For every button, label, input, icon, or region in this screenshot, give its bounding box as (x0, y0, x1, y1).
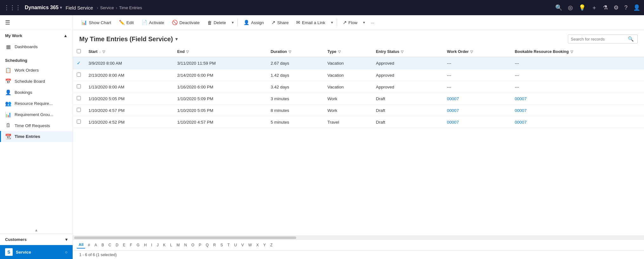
sidebar-scroll-up[interactable]: ▲ (0, 227, 73, 234)
select-all-checkbox[interactable] (77, 49, 81, 53)
alpha-nav-o[interactable]: O (190, 242, 196, 248)
filter-icon-work-order[interactable]: ▽ (470, 50, 473, 54)
activate-button[interactable]: 📄 Activate (138, 18, 167, 27)
bookable-resource-cell[interactable]: 00007 (511, 105, 644, 116)
row-checkbox[interactable] (77, 73, 81, 77)
search-icon[interactable]: 🔍 (555, 4, 562, 11)
alpha-nav-s[interactable]: S (218, 242, 225, 248)
alpha-nav-h[interactable]: H (142, 242, 149, 248)
row-checkbox[interactable] (77, 108, 81, 112)
row-checkbox[interactable] (77, 96, 81, 100)
alpha-nav-k[interactable]: K (161, 242, 167, 248)
work-order-cell[interactable]: 00007 (443, 93, 511, 105)
app-grid-icon[interactable]: ⋮⋮⋮ (4, 4, 21, 11)
filter-icon-duration[interactable]: ▽ (289, 50, 291, 54)
alpha-nav-q[interactable]: Q (204, 242, 211, 248)
sidebar-section-my-work[interactable]: My Work ▲ (0, 30, 73, 40)
flow-button[interactable]: ↗ Flow (340, 18, 361, 27)
filter-icon-entry-status[interactable]: ▽ (401, 50, 403, 54)
alpha-nav-v[interactable]: V (239, 242, 246, 248)
alpha-nav-i[interactable]: I (149, 242, 154, 248)
add-icon[interactable]: ＋ (591, 4, 597, 11)
row-checkbox[interactable] (77, 84, 81, 88)
alpha-nav-w[interactable]: W (246, 242, 254, 248)
assign-button[interactable]: 👤 Assign (240, 18, 267, 27)
deactivate-button[interactable]: 🚫 Deactivate (169, 18, 203, 27)
brand-logo[interactable]: Dynamics 365 ▾ (25, 5, 62, 10)
sidebar-service-badge[interactable]: S Service ○ (0, 245, 73, 259)
top-navigation: ⋮⋮⋮ Dynamics 365 ▾ Field Service › Servi… (0, 0, 644, 15)
show-chart-button[interactable]: 📊 Show Chart (78, 18, 114, 27)
table-row[interactable]: 1/13/2020 8:00 AM1/16/2020 6:00 PM3.42 d… (73, 81, 644, 93)
settings-icon[interactable]: ⚙ (614, 4, 619, 11)
filter-icon-bookable-resource[interactable]: ▽ (570, 50, 573, 54)
sidebar-item-resource-requirements[interactable]: 👥 Resource Require... (0, 98, 73, 109)
more-dropdown-2[interactable]: ▾ (330, 19, 334, 26)
alpha-nav-m[interactable]: M (175, 242, 182, 248)
alpha-nav-u[interactable]: U (232, 242, 239, 248)
alpha-nav-a[interactable]: A (93, 242, 99, 248)
alpha-nav-f[interactable]: F (128, 242, 134, 248)
bookable-resource-cell[interactable]: 00007 (511, 93, 644, 105)
table-row[interactable]: 1/10/2020 5:05 PM1/10/2020 5:09 PM3 minu… (73, 93, 644, 105)
alpha-nav-y[interactable]: Y (261, 242, 268, 248)
user-icon[interactable]: 👤 (633, 4, 640, 11)
delete-button[interactable]: 🗑 Delete (204, 18, 229, 27)
table-row[interactable]: 1/10/2020 4:57 PM1/10/2020 5:05 PM8 minu… (73, 105, 644, 116)
breadcrumb-service[interactable]: Service (100, 5, 114, 10)
lightbulb-icon[interactable]: 💡 (579, 4, 586, 11)
sidebar-item-work-orders[interactable]: 📋 Work Orders (0, 65, 73, 76)
sidebar-toggle[interactable]: ☰ (0, 15, 73, 30)
circle-icon[interactable]: ◎ (568, 4, 573, 11)
sidebar-item-time-off-requests[interactable]: 🗓 Time Off Requests (0, 120, 73, 131)
table-row[interactable]: 2/13/2020 8:00 AM2/14/2020 6:00 PM1.42 d… (73, 69, 644, 81)
alpha-nav-n[interactable]: N (182, 242, 189, 248)
time-entries-label: Time Entries (15, 134, 40, 139)
ellipsis-button[interactable]: ··· (368, 18, 377, 27)
alpha-nav-j[interactable]: J (155, 242, 160, 248)
more-dropdown-1[interactable]: ▾ (231, 19, 235, 26)
row-checkbox[interactable] (77, 120, 81, 124)
page-title-chevron[interactable]: ▾ (175, 36, 178, 42)
sidebar-section-customers[interactable]: Customers ▾ (0, 234, 73, 245)
alpha-nav-b[interactable]: B (100, 242, 106, 248)
filter-icon-start[interactable]: ▽ (102, 50, 105, 54)
table-row[interactable]: 1/10/2020 4:52 PM1/10/2020 4:57 PM5 minu… (73, 116, 644, 128)
alpha-nav-l[interactable]: L (168, 242, 174, 248)
alpha-nav-p[interactable]: P (197, 242, 203, 248)
sidebar-item-requirement-groups[interactable]: 📊 Requirement Grou... (0, 109, 73, 120)
horizontal-scrollbar[interactable] (73, 236, 644, 239)
work-order-cell[interactable]: 00007 (443, 116, 511, 128)
sort-icon[interactable]: ↓ (99, 50, 101, 54)
search-input[interactable] (571, 37, 628, 42)
alpha-nav-all[interactable]: All (77, 242, 85, 249)
alpha-nav-z[interactable]: Z (268, 242, 274, 248)
filter-icon-end[interactable]: ▽ (186, 50, 189, 54)
alpha-nav-r[interactable]: R (211, 242, 218, 248)
filter-icon-type[interactable]: ▽ (338, 50, 341, 54)
alpha-nav-#[interactable]: # (86, 242, 92, 248)
share-button[interactable]: ↗ Share (268, 18, 292, 27)
sidebar-item-schedule-board[interactable]: 📅 Schedule Board (0, 76, 73, 87)
alpha-nav-x[interactable]: X (254, 242, 261, 248)
edit-icon: ✏️ (119, 20, 125, 25)
flow-dropdown[interactable]: ▾ (362, 19, 366, 26)
sidebar-item-time-entries[interactable]: 📆 Time Entries (0, 131, 73, 142)
alpha-nav-t[interactable]: T (225, 242, 231, 248)
table-row[interactable]: ✓3/9/2020 8:00 AM3/11/2020 11:59 PM2.67 … (73, 57, 644, 69)
alpha-nav-g[interactable]: G (135, 242, 141, 248)
email-link-button[interactable]: ✉ Email a Link (293, 18, 329, 27)
bookable-resource-cell[interactable]: 00007 (511, 116, 644, 128)
alpha-nav-c[interactable]: C (107, 242, 113, 248)
sidebar-item-bookings[interactable]: 👤 Bookings (0, 87, 73, 98)
brand-chevron[interactable]: ▾ (60, 5, 62, 10)
edit-button[interactable]: ✏️ Edit (116, 18, 137, 27)
search-box[interactable]: 🔍 (568, 35, 638, 43)
sidebar-item-dashboards[interactable]: ▦ Dashboards (0, 41, 73, 52)
scroll-thumb[interactable] (74, 236, 296, 239)
alpha-nav-e[interactable]: E (121, 242, 127, 248)
work-order-cell[interactable]: 00007 (443, 105, 511, 116)
alpha-nav-d[interactable]: D (114, 242, 120, 248)
filter-icon[interactable]: ⚗ (603, 4, 608, 11)
help-icon[interactable]: ? (624, 4, 628, 11)
